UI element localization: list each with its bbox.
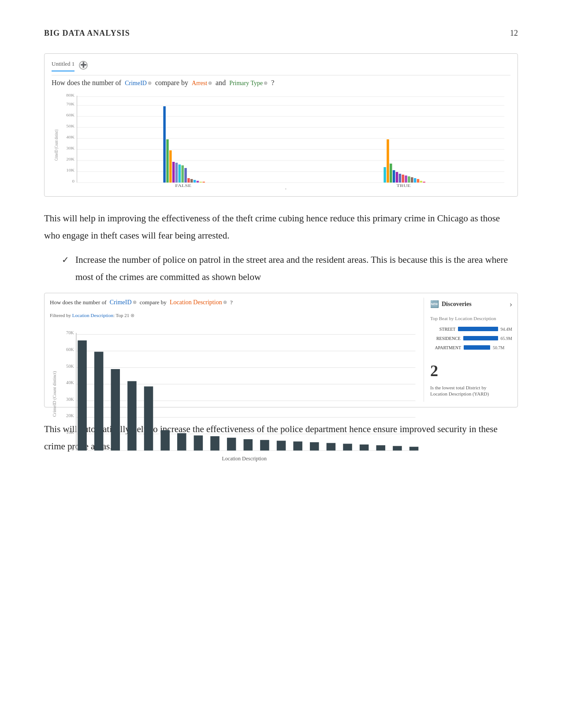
top-beat-title: Top Beat by Location Description <box>430 314 512 323</box>
beat-bar-residence <box>463 336 498 340</box>
svg-rect-45 <box>414 178 416 183</box>
svg-rect-76 <box>194 435 203 450</box>
svg-rect-31 <box>197 181 199 183</box>
chart2-crimeid-tag[interactable]: CrimeID ⊗ <box>108 298 138 307</box>
svg-text:CrimeID (Count distinct): CrimeID (Count distinct) <box>52 371 57 417</box>
svg-rect-73 <box>144 386 153 450</box>
svg-rect-81 <box>277 441 286 450</box>
chart2-locdesc-tag[interactable]: Location Description ⊗ <box>168 298 229 307</box>
svg-text:Location Description: Location Description <box>222 455 267 462</box>
svg-rect-30 <box>194 180 196 183</box>
svg-text:20K: 20K <box>66 413 74 418</box>
svg-rect-72 <box>127 381 137 450</box>
bar-chart-2: CrimeID (Count distinct) 0 10K 20K 30K 4… <box>50 322 419 402</box>
svg-text:FALSE: FALSE <box>175 183 191 188</box>
svg-rect-25 <box>179 164 181 183</box>
svg-text:10K: 10K <box>66 430 74 435</box>
discoveries-title: 🆕 Discoveries <box>430 298 472 310</box>
chart-box-2: How does the number of CrimeID ⊗ compare… <box>44 293 518 407</box>
svg-rect-74 <box>160 430 170 450</box>
svg-text:60K: 60K <box>66 113 74 117</box>
svg-rect-48 <box>423 182 425 183</box>
svg-rect-84 <box>327 443 336 451</box>
svg-rect-23 <box>172 162 175 183</box>
svg-rect-85 <box>343 444 352 450</box>
svg-rect-77 <box>210 436 220 450</box>
bar-chart-1: 0 10K 20K 30K 40K 50K 60K 70K 80K CrimeI… <box>52 92 510 189</box>
svg-rect-27 <box>184 168 186 183</box>
beat-bar-street <box>458 327 498 331</box>
svg-rect-89 <box>409 447 419 451</box>
svg-text:40K: 40K <box>66 380 74 385</box>
svg-rect-42 <box>405 175 407 183</box>
chart2-question: How does the number of CrimeID ⊗ compare… <box>50 298 419 307</box>
svg-rect-43 <box>408 176 410 183</box>
svg-text:0: 0 <box>72 447 74 452</box>
arrest-tag[interactable]: Arrest ⊗ <box>190 78 214 88</box>
svg-text:80K: 80K <box>66 93 74 97</box>
svg-rect-86 <box>360 444 369 451</box>
svg-rect-28 <box>187 178 190 183</box>
svg-rect-39 <box>396 172 398 183</box>
discoveries-arrow-icon[interactable]: › <box>510 298 512 311</box>
svg-rect-29 <box>190 179 193 183</box>
svg-rect-20 <box>163 106 165 183</box>
chart-add-icon[interactable]: ➕ <box>79 61 88 70</box>
lowest-district: 2 Is the lowest total District byLocatio… <box>430 358 512 397</box>
beat-row-street: STREET 94.4M <box>430 325 512 333</box>
svg-text:70K: 70K <box>66 102 74 106</box>
lowest-district-label: Is the lowest total District byLocation … <box>430 385 512 397</box>
svg-rect-47 <box>420 181 422 183</box>
svg-rect-22 <box>169 150 171 183</box>
svg-text:30K: 30K <box>66 397 74 402</box>
svg-rect-88 <box>393 446 402 450</box>
svg-text:30K: 30K <box>66 146 74 150</box>
bullet-text-1: Increase the number of police on patrol … <box>75 251 518 286</box>
chart2-filter: Filtered by Location Description: Top 21… <box>50 311 419 320</box>
svg-rect-33 <box>202 182 205 183</box>
discoveries-panel: 🆕 Discoveries › Top Beat by Location Des… <box>424 298 512 402</box>
svg-text:0: 0 <box>72 179 75 183</box>
svg-rect-26 <box>181 165 183 183</box>
svg-rect-70 <box>94 352 104 451</box>
svg-rect-46 <box>417 179 419 183</box>
svg-text:20K: 20K <box>66 157 74 161</box>
svg-text:Arrest: Arrest <box>284 188 298 189</box>
svg-rect-78 <box>227 438 236 451</box>
svg-rect-44 <box>411 177 413 183</box>
paragraph-1: This will help in improving the effectiv… <box>44 210 518 244</box>
page-header: BIG DATA ANALYSIS 12 <box>44 26 518 40</box>
chart2-inner: How does the number of CrimeID ⊗ compare… <box>50 298 512 402</box>
chart-header-1: Untitled 1 ➕ <box>52 59 510 75</box>
beat-value-apartment: 50.7M <box>493 344 504 351</box>
chart-box-1: Untitled 1 ➕ How does the number of Crim… <box>44 53 518 197</box>
discoveries-header: 🆕 Discoveries › <box>430 298 512 311</box>
svg-text:10K: 10K <box>66 168 74 172</box>
svg-rect-82 <box>293 441 302 451</box>
discoveries-label: Discoveries <box>442 299 472 310</box>
svg-rect-69 <box>78 340 87 451</box>
svg-text:70K: 70K <box>66 330 74 335</box>
page-number: 12 <box>510 26 518 40</box>
svg-rect-80 <box>260 440 269 451</box>
svg-rect-40 <box>399 174 401 183</box>
chart-tab-1[interactable]: Untitled 1 <box>52 59 74 71</box>
svg-rect-24 <box>175 163 178 183</box>
bullet-item-1: ✓ Increase the number of police on patro… <box>62 251 518 286</box>
svg-rect-75 <box>177 433 186 450</box>
beat-label-residence: RESIDENCE <box>430 335 461 342</box>
svg-text:TRUE: TRUE <box>396 183 411 188</box>
crimeid-tag[interactable]: CrimeID ⊗ <box>123 78 153 88</box>
svg-rect-21 <box>166 139 168 183</box>
primary-type-tag[interactable]: Primary Type ⊗ <box>227 78 269 88</box>
svg-rect-79 <box>244 439 253 451</box>
svg-rect-35 <box>383 167 386 183</box>
svg-rect-87 <box>376 445 386 451</box>
lowest-district-number: 2 <box>430 358 512 385</box>
document-title: BIG DATA ANALYSIS <box>44 26 130 40</box>
beat-label-street: STREET <box>430 325 455 333</box>
discoveries-icon: 🆕 <box>430 298 439 310</box>
beat-value-street: 94.4M <box>501 325 512 333</box>
svg-text:50K: 50K <box>66 124 74 128</box>
chart2-left: How does the number of CrimeID ⊗ compare… <box>50 298 424 402</box>
